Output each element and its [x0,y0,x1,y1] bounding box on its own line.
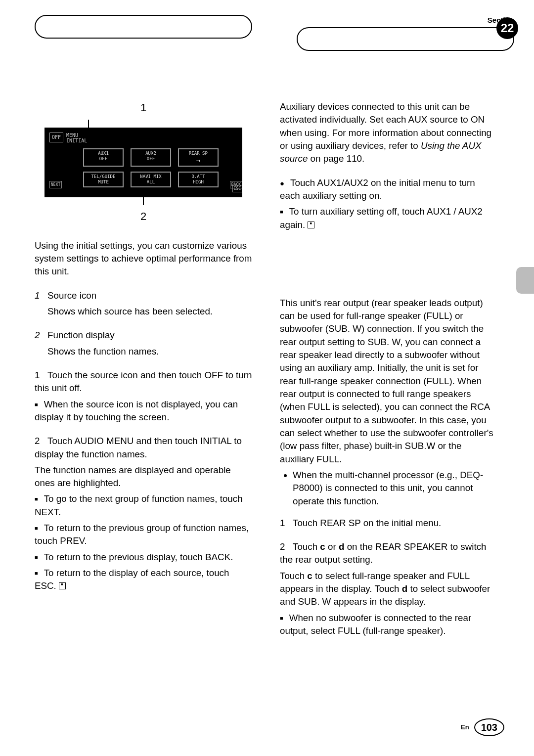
right-column: Auxiliary devices connected to this unit… [280,100,497,648]
d-att-button[interactable]: D.ATTHIGH [178,172,219,187]
aux-step: Touch AUX1/AUX2 on the initial menu to t… [280,177,497,203]
step-text: Touch AUDIO MENU and then touch INITIAL … [35,436,242,459]
navi-mix-button[interactable]: NAVI MIXALL [131,172,171,187]
menu-label: MENU [66,133,87,138]
tel-guide-button[interactable]: TEL/GUIDEMUTE [83,172,124,187]
device-screen: OFF MENU INITIAL AUX1OFF AUX2OFF REAR SP… [44,128,242,197]
end-mark-icon [59,582,66,589]
rear-step-2: 2Touch c or d on the REAR SPEAKER to swi… [280,540,497,637]
initial-label: INITIAL [66,138,87,143]
callout-1: 1 [44,100,242,116]
step-text: Touch the source icon and then touch OFF… [35,370,252,393]
rear-intro: This unit's rear output (rear speaker le… [280,297,497,466]
header-box-right: 22 [297,27,514,51]
bullet-item: To return to the previous group of funct… [35,522,252,548]
legend-item-2: 2Function display Shows the function nam… [35,329,252,358]
bullet-item: To return to the previous display, touch… [35,551,252,564]
rear-note: When no subwoofer is connected to the re… [280,612,497,638]
header-right-wrap: Section 22 [297,15,514,51]
end-mark-icon [308,222,314,228]
bullet-item: To return to the display of each source,… [35,567,252,593]
step-num: 1 [35,369,47,382]
page-footer: En 103 [461,718,504,736]
pointer-line [143,197,144,205]
legend-item-1: 1Source icon Shows which source has been… [35,289,252,318]
left-column: 1 OFF MENU INITIAL AUX1OFF AUX2OFF REAR … [35,100,252,648]
aux2-button[interactable]: AUX2OFF [131,148,171,167]
legend-desc: Shows the function names. [35,345,252,358]
aux-note: To turn auxiliary setting off, touch AUX… [280,205,497,231]
step-subtext: The function names are displayed and ope… [35,464,252,490]
legend-title: Source icon [47,290,96,301]
off-button[interactable]: OFF [49,133,63,142]
section-number-badge: 22 [496,17,518,39]
rear-note-list: When the multi-channel processor (e.g., … [280,469,497,508]
esc-button[interactable]: ESC [232,185,242,192]
legend-num: 1 [35,289,47,302]
step-num: 2 [35,435,47,447]
step-note: When the source icon is not displayed, y… [35,398,252,424]
aux1-button[interactable]: AUX1OFF [83,148,124,167]
step-2-block: 2Touch AUDIO MENU and then touch INITIAL… [35,435,252,592]
callout-2: 2 [44,209,242,224]
bullet-item: To go to the next group of function name… [35,492,252,519]
pointer-line [88,120,89,128]
rear-step-1: 1Touch REAR SP on the initial menu. [280,517,497,530]
page-header: Section 22 [0,0,534,51]
intro-paragraph: Using the initial settings, you can cust… [35,239,252,278]
language-label: En [461,723,469,732]
legend-title: Function display [47,330,115,340]
content-columns: 1 OFF MENU INITIAL AUX1OFF AUX2OFF REAR … [0,51,534,648]
list-item: When the multi-channel processor (e.g., … [293,469,497,508]
header-box-left [35,15,252,39]
rear-sp-button[interactable]: REAR SP [178,148,219,167]
side-thumb-tab [516,267,534,294]
step-1-block: 1Touch the source icon and then touch OF… [35,369,252,424]
legend-desc: Shows which source has been selected. [35,305,252,318]
page-number: 103 [474,718,504,736]
aux-intro: Auxiliary devices connected to this unit… [280,100,497,166]
next-button[interactable]: NEXT [49,181,62,188]
ui-screenshot-figure: 1 OFF MENU INITIAL AUX1OFF AUX2OFF REAR … [44,100,242,224]
legend-num: 2 [35,329,47,342]
